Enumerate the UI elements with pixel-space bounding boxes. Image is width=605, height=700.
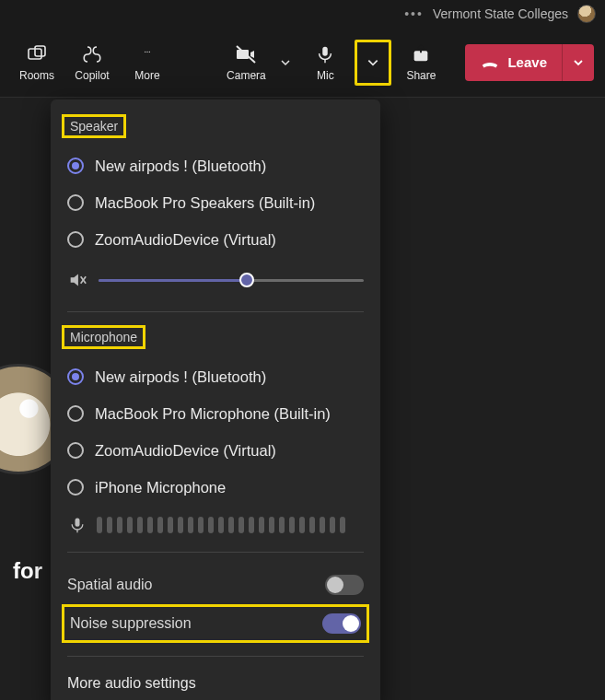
speaker-option-label: New airpods ! (Bluetooth) — [95, 158, 266, 175]
participant-name-fragment: for — [13, 558, 42, 584]
microphone-option-label: ZoomAudioDevice (Virtual) — [95, 442, 276, 460]
hangup-icon — [480, 52, 500, 73]
rooms-icon — [26, 43, 48, 65]
svg-point-3 — [146, 51, 147, 52]
mic-chevron-highlight — [355, 40, 391, 86]
camera-button[interactable]: Camera — [220, 35, 272, 90]
volume-slider[interactable] — [99, 279, 364, 282]
rooms-button[interactable]: Rooms — [11, 35, 63, 90]
share-button[interactable]: Share — [395, 35, 447, 90]
radio-selected-icon — [67, 158, 84, 174]
copilot-button[interactable]: Copilot — [66, 35, 118, 90]
microphone-option-label: New airpods ! (Bluetooth) — [95, 368, 266, 386]
avatar[interactable] — [577, 5, 596, 23]
microphone-option-label: MacBook Pro Microphone (Built-in) — [95, 405, 331, 423]
svg-rect-1 — [35, 46, 45, 56]
speaker-muted-icon[interactable] — [67, 270, 87, 290]
divider — [67, 656, 364, 657]
copilot-label: Copilot — [75, 69, 109, 82]
svg-point-4 — [149, 51, 150, 52]
speaker-option-label: ZoomAudioDevice (Virtual) — [95, 231, 276, 249]
camera-label: Camera — [227, 69, 266, 82]
mic-level-icon — [67, 515, 87, 535]
noise-suppression-label: Noise suppression — [70, 615, 192, 632]
svg-point-2 — [145, 51, 145, 52]
more-icon — [136, 43, 158, 65]
share-icon — [410, 43, 432, 65]
speaker-option-1[interactable]: MacBook Pro Speakers (Built-in) — [67, 184, 364, 221]
microphone-section-label: Microphone — [62, 325, 145, 349]
microphone-option-1[interactable]: MacBook Pro Microphone (Built-in) — [67, 395, 364, 432]
leave-label: Leave — [507, 54, 547, 70]
svg-rect-11 — [76, 519, 80, 527]
spatial-audio-toggle[interactable] — [325, 575, 364, 595]
noise-suppression-row[interactable]: Noise suppression — [62, 604, 369, 643]
divider — [67, 311, 364, 312]
microphone-option-3[interactable]: iPhone Microphone — [67, 469, 364, 506]
radio-icon — [67, 442, 84, 459]
microphone-option-0[interactable]: New airpods ! (Bluetooth) — [67, 358, 364, 395]
rooms-label: Rooms — [19, 69, 54, 82]
audio-settings-panel: Speaker New airpods ! (Bluetooth) MacBoo… — [51, 99, 380, 700]
radio-icon — [67, 405, 84, 422]
radio-icon — [67, 479, 84, 496]
volume-slider-fill — [99, 279, 247, 282]
volume-slider-knob[interactable] — [239, 273, 254, 287]
mic-button[interactable]: Mic — [299, 35, 351, 90]
org-name: Vermont State Colleges — [433, 6, 568, 21]
leave-chevron[interactable] — [563, 44, 594, 81]
spatial-audio-label: Spatial audio — [67, 577, 153, 593]
leave-button[interactable]: Leave — [465, 44, 563, 81]
meeting-toolbar: Rooms Copilot More Camera — [0, 28, 605, 98]
radio-icon — [67, 231, 84, 248]
camera-off-icon — [235, 43, 257, 65]
spatial-audio-row[interactable]: Spatial audio — [67, 566, 364, 604]
mic-chevron[interactable] — [366, 56, 379, 69]
microphone-option-2[interactable]: ZoomAudioDevice (Virtual) — [67, 432, 364, 469]
speaker-option-label: MacBook Pro Speakers (Built-in) — [95, 194, 315, 212]
divider — [67, 552, 364, 553]
mic-icon — [314, 43, 336, 65]
more-button[interactable]: More — [122, 35, 173, 90]
more-dots-icon[interactable]: ••• — [404, 6, 424, 21]
camera-chevron[interactable] — [275, 35, 296, 90]
radio-selected-icon — [67, 368, 84, 385]
more-audio-settings-link[interactable]: More audio settings — [67, 670, 364, 692]
speaker-option-2[interactable]: ZoomAudioDevice (Virtual) — [67, 221, 364, 258]
radio-icon — [67, 194, 84, 211]
speaker-section-label: Speaker — [62, 114, 126, 138]
mic-label: Mic — [317, 69, 334, 82]
microphone-option-label: iPhone Microphone — [95, 479, 226, 496]
svg-rect-6 — [323, 46, 329, 55]
copilot-icon — [81, 43, 103, 65]
speaker-option-0[interactable]: New airpods ! (Bluetooth) — [67, 147, 364, 184]
share-label: Share — [406, 69, 436, 82]
noise-suppression-toggle[interactable] — [322, 613, 361, 634]
mic-level-meter — [97, 517, 345, 533]
more-label: More — [134, 69, 159, 82]
